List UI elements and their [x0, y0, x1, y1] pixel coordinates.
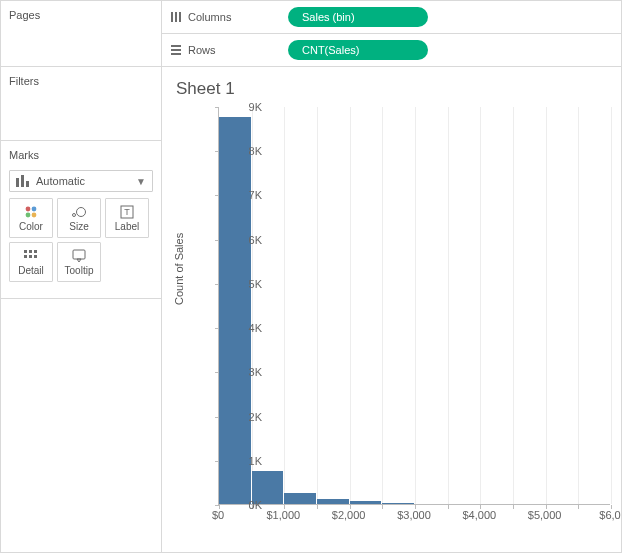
- mark-tooltip-label: Tooltip: [65, 265, 94, 276]
- app-root: Pages Filters Marks Automatic ▼ Color: [0, 0, 622, 553]
- x-tick-label: $1,000: [267, 509, 301, 521]
- rows-shelf-label: Rows: [170, 44, 280, 56]
- marks-type-label: Automatic: [36, 175, 130, 187]
- x-tick-label: $5,000: [528, 509, 562, 521]
- y-tick-label: 6K: [226, 234, 262, 246]
- mark-color-label: Color: [19, 221, 43, 232]
- marks-row-1: Color Size T Label: [9, 198, 153, 238]
- histogram-bar[interactable]: [350, 501, 382, 504]
- svg-point-6: [32, 212, 37, 217]
- mark-detail-button[interactable]: Detail: [9, 242, 53, 282]
- viz-area: Sheet 1 Count of Sales 0K1K2K3K4K5K6K7K8…: [162, 67, 621, 552]
- filters-card[interactable]: Filters: [1, 67, 161, 141]
- svg-rect-16: [34, 255, 37, 258]
- svg-point-3: [26, 206, 31, 211]
- mark-label-button[interactable]: T Label: [105, 198, 149, 238]
- y-tick-label: 9K: [226, 101, 262, 113]
- chart: Count of Sales 0K1K2K3K4K5K6K7K8K9K$0$1,…: [176, 105, 616, 545]
- y-tick-label: 3K: [226, 366, 262, 378]
- svg-point-7: [73, 213, 76, 216]
- detail-icon: [24, 249, 38, 263]
- marks-title: Marks: [9, 147, 153, 165]
- columns-pill[interactable]: Sales (bin): [288, 7, 428, 27]
- size-icon: [71, 205, 87, 219]
- columns-shelf[interactable]: Columns Sales (bin): [162, 1, 621, 34]
- mark-color-button[interactable]: Color: [9, 198, 53, 238]
- svg-point-5: [26, 212, 31, 217]
- mark-detail-label: Detail: [18, 265, 44, 276]
- svg-rect-15: [29, 255, 32, 258]
- left-sidebar: Pages Filters Marks Automatic ▼ Color: [1, 1, 162, 552]
- x-tick-label: $4,000: [463, 509, 497, 521]
- svg-rect-0: [16, 178, 19, 187]
- x-tick-label: $2,000: [332, 509, 366, 521]
- svg-rect-12: [29, 250, 32, 253]
- pages-card[interactable]: Pages: [1, 1, 161, 67]
- marks-type-dropdown[interactable]: Automatic ▼: [9, 170, 153, 192]
- x-tick-label: $3,000: [397, 509, 431, 521]
- svg-rect-23: [171, 53, 181, 55]
- mark-size-label: Size: [69, 221, 88, 232]
- svg-rect-17: [73, 250, 85, 259]
- svg-rect-13: [34, 250, 37, 253]
- svg-text:T: T: [124, 207, 130, 217]
- svg-rect-20: [179, 12, 181, 22]
- plot-area[interactable]: [218, 107, 610, 505]
- mark-tooltip-button[interactable]: Tooltip: [57, 242, 101, 282]
- svg-rect-11: [24, 250, 27, 253]
- y-tick-label: 8K: [226, 145, 262, 157]
- x-tick-label: $0: [212, 509, 224, 521]
- histogram-bar[interactable]: [317, 499, 349, 504]
- svg-rect-21: [171, 45, 181, 47]
- marks-card: Marks Automatic ▼ Color: [1, 141, 161, 299]
- y-tick-label: 1K: [226, 455, 262, 467]
- y-tick-label: 2K: [226, 411, 262, 423]
- automatic-bar-icon: [16, 175, 30, 187]
- svg-rect-2: [26, 181, 29, 187]
- mark-size-button[interactable]: Size: [57, 198, 101, 238]
- rows-text: Rows: [188, 44, 216, 56]
- rows-icon: [170, 44, 182, 56]
- label-icon: T: [120, 205, 134, 219]
- y-tick-label: 0K: [226, 499, 262, 511]
- histogram-bar[interactable]: [219, 117, 251, 504]
- svg-rect-1: [21, 175, 24, 187]
- y-tick-label: 4K: [226, 322, 262, 334]
- marks-row-2: Detail Tooltip: [9, 242, 153, 282]
- y-tick-label: 7K: [226, 189, 262, 201]
- histogram-bar[interactable]: [382, 503, 414, 504]
- svg-rect-22: [171, 49, 181, 51]
- color-icon: [24, 205, 38, 219]
- columns-shelf-label: Columns: [170, 11, 280, 23]
- sheet-title[interactable]: Sheet 1: [176, 79, 621, 99]
- main-area: Columns Sales (bin) Rows CNT(Sales) Shee…: [162, 1, 621, 552]
- rows-pill[interactable]: CNT(Sales): [288, 40, 428, 60]
- svg-point-4: [32, 206, 37, 211]
- svg-rect-14: [24, 255, 27, 258]
- columns-icon: [170, 11, 182, 23]
- chevron-down-icon: ▼: [136, 176, 146, 187]
- svg-rect-18: [171, 12, 173, 22]
- sidebar-spacer: [1, 299, 161, 552]
- pages-title: Pages: [9, 7, 153, 25]
- filters-title: Filters: [9, 73, 153, 91]
- svg-rect-19: [175, 12, 177, 22]
- histogram-bar[interactable]: [284, 493, 316, 504]
- x-tick-label: $6,0: [599, 509, 620, 521]
- tooltip-icon: [72, 249, 86, 263]
- y-axis-title: Count of Sales: [173, 233, 185, 305]
- mark-label-label: Label: [115, 221, 139, 232]
- rows-shelf[interactable]: Rows CNT(Sales): [162, 34, 621, 67]
- columns-text: Columns: [188, 11, 231, 23]
- svg-point-8: [77, 207, 86, 216]
- y-tick-label: 5K: [226, 278, 262, 290]
